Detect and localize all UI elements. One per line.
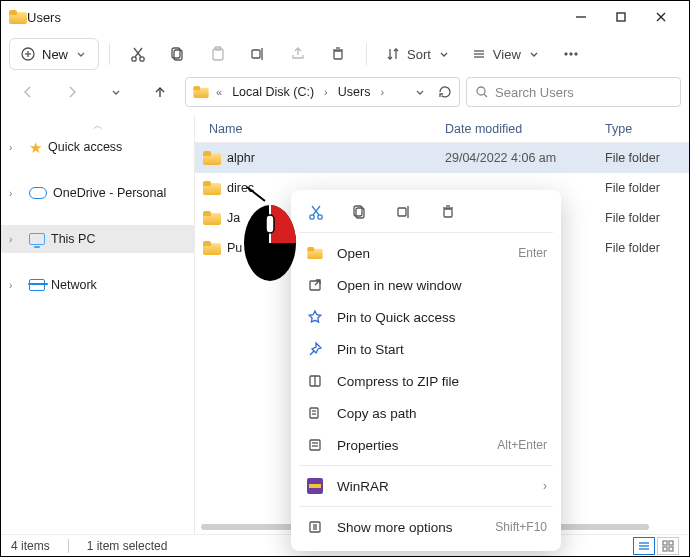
svg-line-30 [313, 206, 320, 215]
nav-item-label: This PC [51, 232, 95, 246]
ctx-open[interactable]: Open Enter [291, 237, 561, 269]
twistie-icon[interactable]: › [9, 188, 23, 199]
ctx-item-label: Pin to Start [337, 342, 547, 357]
col-date[interactable]: Date modified [445, 122, 605, 136]
paste-button [200, 38, 236, 70]
ctx-compress-zip[interactable]: Compress to ZIP file [291, 365, 561, 397]
twistie-icon[interactable]: › [9, 142, 23, 153]
window-minimize[interactable] [561, 1, 601, 33]
toolbar: New Sort View [1, 33, 689, 75]
address-dropdown-icon[interactable] [413, 85, 427, 99]
twistie-icon[interactable]: › [9, 234, 23, 245]
view-large-icons-toggle[interactable] [657, 537, 679, 555]
ctx-pin-start[interactable]: Pin to Start [291, 333, 561, 365]
right-click-mouse-graphic [239, 185, 301, 283]
status-items-count: 4 items [11, 539, 50, 553]
title-bar: Users [1, 1, 689, 33]
svg-point-28 [310, 215, 314, 219]
breadcrumb-chevron-icon[interactable]: › [322, 86, 330, 98]
new-button-label: New [42, 47, 68, 62]
breadcrumb-0[interactable]: Local Disk (C:) [228, 85, 318, 99]
svg-rect-55 [266, 215, 274, 233]
nav-quick-access[interactable]: › ★ Quick access [1, 133, 194, 161]
ctx-item-label: Open in new window [337, 278, 547, 293]
column-headers[interactable]: Name Date modified Type [195, 115, 689, 143]
nav-onedrive[interactable]: › OneDrive - Personal [1, 179, 194, 207]
breadcrumb-1[interactable]: Users [334, 85, 375, 99]
ctx-rename-icon[interactable] [393, 203, 415, 221]
context-menu: Open Enter Open in new window Pin to Qui… [291, 190, 561, 551]
svg-rect-13 [213, 49, 223, 60]
svg-point-24 [570, 53, 572, 55]
svg-rect-42 [310, 408, 318, 418]
nav-collapse-icon[interactable]: ︿ [1, 119, 194, 133]
ctx-item-hint: Shift+F10 [495, 520, 547, 534]
pc-icon [29, 233, 45, 245]
more-button[interactable] [553, 38, 589, 70]
nav-up[interactable] [141, 77, 179, 107]
svg-point-23 [565, 53, 567, 55]
col-type[interactable]: Type [605, 122, 689, 136]
address-history-chevron[interactable]: « [214, 86, 224, 98]
svg-rect-15 [252, 50, 260, 58]
view-button[interactable]: View [463, 38, 549, 70]
new-window-icon [305, 277, 325, 293]
refresh-icon[interactable] [437, 84, 453, 100]
ctx-show-more[interactable]: Show more options Shift+F10 [291, 511, 561, 543]
new-button[interactable]: New [9, 38, 99, 70]
ctx-properties[interactable]: Properties Alt+Enter [291, 429, 561, 461]
svg-point-25 [575, 53, 577, 55]
search-box[interactable]: Search Users [466, 77, 681, 107]
svg-line-31 [312, 206, 319, 215]
ctx-item-label: Open [337, 246, 506, 261]
file-type: File folder [605, 181, 689, 195]
ctx-cut-icon[interactable] [305, 203, 327, 221]
file-date: 29/04/2022 4:06 am [445, 151, 605, 165]
ctx-open-new-window[interactable]: Open in new window [291, 269, 561, 301]
col-name[interactable]: Name [209, 122, 445, 136]
nav-network[interactable]: › Network [1, 271, 194, 299]
nav-item-label: Quick access [48, 140, 122, 154]
svg-rect-17 [334, 51, 342, 59]
nav-forward [53, 77, 91, 107]
ctx-copy-path[interactable]: Copy as path [291, 397, 561, 429]
search-placeholder: Search Users [495, 85, 574, 100]
svg-rect-61 [663, 547, 667, 551]
svg-line-27 [484, 94, 487, 97]
ctx-item-hint: Enter [518, 246, 547, 260]
breadcrumb-chevron-icon[interactable]: › [378, 86, 386, 98]
svg-rect-1 [617, 13, 625, 21]
delete-button[interactable] [320, 38, 356, 70]
star-icon: ★ [29, 140, 42, 155]
cloud-icon [29, 187, 47, 199]
nav-this-pc[interactable]: › This PC [1, 225, 194, 253]
window-maximize[interactable] [601, 1, 641, 33]
ctx-pin-quick-access[interactable]: Pin to Quick access [291, 301, 561, 333]
svg-rect-60 [669, 541, 673, 545]
sort-button[interactable]: Sort [377, 38, 459, 70]
nav-recent[interactable] [97, 77, 135, 107]
ctx-delete-icon[interactable] [437, 203, 459, 221]
twistie-icon[interactable]: › [9, 280, 23, 291]
file-row[interactable]: alphr 29/04/2022 4:06 am File folder [195, 143, 689, 173]
copy-path-icon [305, 405, 325, 421]
rename-button[interactable] [240, 38, 276, 70]
copy-button[interactable] [160, 38, 196, 70]
status-selected-count: 1 item selected [87, 539, 168, 553]
cut-button[interactable] [120, 38, 156, 70]
address-folder-icon [193, 86, 208, 98]
svg-rect-36 [444, 209, 452, 217]
svg-point-26 [477, 87, 485, 95]
ctx-winrar[interactable]: WinRAR › [291, 470, 561, 502]
nav-item-label: Network [51, 278, 97, 292]
svg-line-52 [247, 187, 265, 201]
window-close[interactable] [641, 1, 681, 33]
winrar-icon [307, 478, 323, 494]
ctx-copy-icon[interactable] [349, 203, 371, 221]
ctx-item-label: Compress to ZIP file [337, 374, 547, 389]
ctx-item-label: WinRAR [337, 479, 531, 494]
address-bar[interactable]: « Local Disk (C:) › Users › [185, 77, 460, 107]
nav-item-label: OneDrive - Personal [53, 186, 166, 200]
view-details-toggle[interactable] [633, 537, 655, 555]
more-options-icon [305, 519, 325, 535]
